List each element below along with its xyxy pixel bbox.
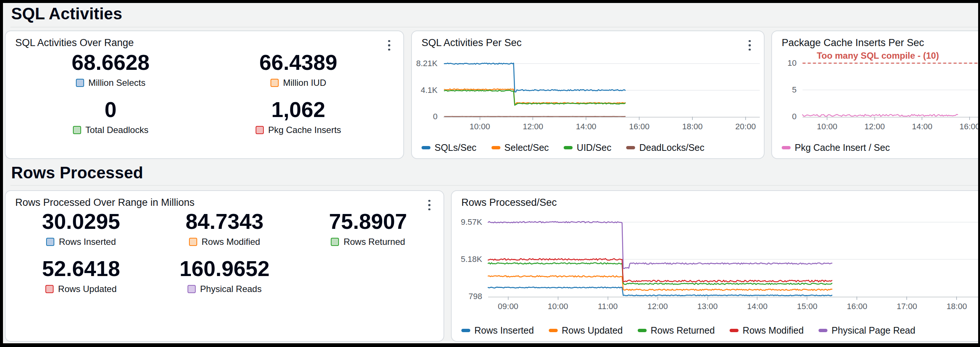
stat-label: Physical Reads xyxy=(200,284,262,294)
stat-total-deadlocks: 0 Total Deadlocks xyxy=(17,98,205,135)
legend-chip-icon xyxy=(638,329,647,332)
x-axis-tick-mark xyxy=(856,296,857,300)
x-axis-tick-label: 16:00 xyxy=(959,122,978,132)
stat-rows-returned: 75.8907 Rows Returned xyxy=(296,209,440,247)
legend-item-physical-page-read[interactable]: Physical Page Read xyxy=(819,325,915,336)
stat-rows-modified: 84.7343 Rows Modified xyxy=(153,209,296,247)
x-axis-tick-mark xyxy=(874,117,875,120)
stat-label: Million Selects xyxy=(89,78,145,88)
x-axis-tick-mark xyxy=(480,117,480,120)
sql-activities-per-sec-plot: 8.21K4.1K010:0012:0014:0016:0018:0020:00 xyxy=(444,53,760,118)
card-package-cache-inserts-per-sec: Package Cache Inserts Per Sec 105010:001… xyxy=(771,30,978,159)
stats-grid: 68.6628 Million Selects 66.4389 Million … xyxy=(6,51,403,135)
x-axis-tick-mark xyxy=(532,117,533,120)
stat-label: Pkg Cache Inserts xyxy=(268,125,341,135)
series-line-rows-modified xyxy=(488,258,832,282)
y-axis-tick-label: 10 xyxy=(788,58,797,68)
stat-physical-reads: 160.9652 Physical Reads xyxy=(153,257,296,294)
x-axis-tick-mark xyxy=(692,117,693,120)
y-axis-tick-label: 5 xyxy=(792,85,797,95)
stat-value: 75.8907 xyxy=(296,209,440,234)
series-line-rows-inserted xyxy=(488,287,832,296)
stat-value: 66.4389 xyxy=(205,51,393,74)
legend-item-uid-sec[interactable]: UID/Sec xyxy=(564,142,611,153)
stat-label: Rows Updated xyxy=(58,284,116,294)
stat-label: Rows Returned xyxy=(344,237,405,247)
chart-lines xyxy=(803,53,978,117)
legend-label: UID/Sec xyxy=(577,142,611,153)
y-axis-tick-label: 8.21K xyxy=(416,59,438,68)
x-axis-tick-mark xyxy=(745,117,746,120)
x-axis-tick-label: 20:00 xyxy=(735,122,756,132)
section-divider xyxy=(10,185,978,186)
x-axis-tick-label: 10:00 xyxy=(469,122,490,132)
legend-item-sqls-sec[interactable]: SQLs/Sec xyxy=(422,142,477,153)
legend-chip-icon xyxy=(270,79,279,87)
x-axis-tick-mark xyxy=(657,296,658,300)
x-axis-tick-label: 09:00 xyxy=(498,302,518,311)
x-axis-tick-mark xyxy=(807,296,807,300)
stat-label: Rows Modified xyxy=(202,237,260,247)
legend-chip-icon xyxy=(626,146,635,149)
y-axis-tick-label: 798 xyxy=(468,292,482,301)
stat-value: 160.9652 xyxy=(153,257,296,281)
x-axis-tick-label: 10:00 xyxy=(817,122,837,132)
stat-label: Rows Inserted xyxy=(59,237,116,247)
stat-value: 1,062 xyxy=(205,98,393,122)
legend-chip-icon xyxy=(188,285,196,293)
x-axis-tick-mark xyxy=(757,296,757,300)
legend-label: Rows Updated xyxy=(562,325,623,336)
legend-label: Physical Page Read xyxy=(832,325,915,336)
chart-legend: SQLs/SecSelect/SecUID/SecDeadLocks/Sec xyxy=(422,142,704,153)
stat-value: 0 xyxy=(17,98,205,122)
x-axis-tick-label: 14:00 xyxy=(576,122,597,132)
card-sql-activities-over-range: SQL Activities Over Range 68.6628 Millio… xyxy=(5,30,404,159)
series-line-select-sec xyxy=(444,89,625,104)
stat-value: 52.6418 xyxy=(9,257,153,281)
legend-chip-icon xyxy=(45,285,54,293)
legend-item-select-sec[interactable]: Select/Sec xyxy=(492,142,549,153)
x-axis-tick-mark xyxy=(558,296,558,300)
x-axis-tick-mark xyxy=(969,117,970,120)
legend-label: Rows Modified xyxy=(743,325,803,336)
legend-item-pkg-cache-insert-sec[interactable]: Pkg Cache Insert / Sec xyxy=(782,142,890,153)
legend-chip-icon xyxy=(73,126,81,134)
threshold-label: Too many SQL compile - (10) xyxy=(817,51,939,61)
legend-item-rows-returned[interactable]: Rows Returned xyxy=(638,325,715,336)
card-title: Rows Processed/Sec xyxy=(461,197,557,208)
x-axis-tick-mark xyxy=(707,296,708,300)
stat-million-selects: 68.6628 Million Selects xyxy=(17,51,205,88)
x-axis-tick-mark xyxy=(508,296,509,300)
legend-chip-icon xyxy=(564,146,573,149)
legend-chip-icon xyxy=(76,79,84,87)
legend-item-deadlocks-sec[interactable]: DeadLocks/Sec xyxy=(626,142,704,153)
stat-rows-updated: 52.6418 Rows Updated xyxy=(9,257,153,294)
legend-label: Rows Returned xyxy=(651,325,715,336)
legend-item-rows-modified[interactable]: Rows Modified xyxy=(730,325,803,336)
legend-item-rows-inserted[interactable]: Rows Inserted xyxy=(461,325,534,336)
card-rows-processed-over-range: Rows Processed Over Range in Millions 30… xyxy=(5,190,444,342)
y-axis-tick-label: 4.1K xyxy=(421,86,438,95)
legend-label: Pkg Cache Insert / Sec xyxy=(795,142,890,153)
legend-chip-icon xyxy=(331,238,339,246)
card-title: SQL Activities Per Sec xyxy=(422,37,522,49)
legend-chip-icon xyxy=(819,329,827,332)
stat-value: 84.7343 xyxy=(153,209,296,234)
package-cache-inserts-plot: 105010:0012:0014:0016:00Too many SQL com… xyxy=(803,53,978,118)
chart-lines xyxy=(444,53,760,117)
card-menu-kebab-icon[interactable] xyxy=(743,37,756,54)
legend-chip-icon xyxy=(422,146,431,149)
legend-chip-icon xyxy=(46,238,54,246)
x-axis-tick-label: 12:00 xyxy=(523,122,543,132)
x-axis-tick-label: 18:00 xyxy=(947,302,967,311)
legend-chip-icon xyxy=(256,126,264,134)
legend-label: Rows Inserted xyxy=(474,325,534,336)
section-title-sql-activities: SQL Activities xyxy=(11,5,123,23)
legend-label: Select/Sec xyxy=(504,142,549,153)
stat-pkg-cache-inserts: 1,062 Pkg Cache Inserts xyxy=(205,98,393,135)
x-axis-tick-label: 12:00 xyxy=(864,122,885,132)
stat-label: Million IUD xyxy=(283,78,326,88)
legend-item-rows-updated[interactable]: Rows Updated xyxy=(549,325,623,336)
x-axis-tick-mark xyxy=(921,117,922,120)
series-line-physical-page-read xyxy=(488,222,832,269)
